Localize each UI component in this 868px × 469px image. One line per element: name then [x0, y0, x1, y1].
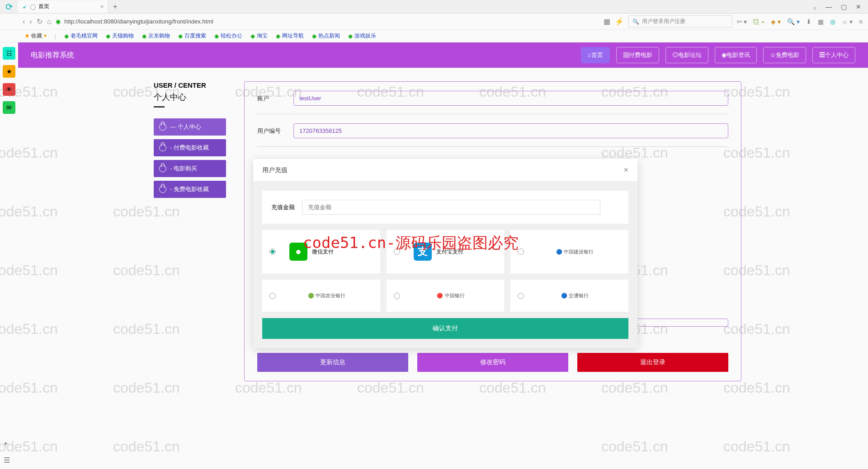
pay-option-ccb[interactable]: 🔵 中国建设银行 — [510, 230, 628, 273]
radio-icon[interactable] — [269, 249, 276, 255]
radio-icon[interactable] — [394, 249, 400, 255]
ccb-logo: 🔵 中国建设银行 — [528, 249, 621, 255]
close-icon[interactable]: × — [623, 165, 628, 175]
radio-icon[interactable] — [518, 293, 524, 299]
wechat-icon: ● — [289, 243, 307, 261]
radio-icon[interactable] — [518, 249, 524, 255]
confirm-pay-button[interactable]: 确认支付 — [262, 318, 628, 339]
boc-logo: 🔴 中国银行 — [405, 292, 497, 299]
plus-icon[interactable]: + — [4, 440, 10, 448]
list-icon[interactable]: ☰ — [4, 456, 10, 464]
amount-input[interactable] — [302, 200, 600, 215]
radio-icon[interactable] — [394, 293, 400, 299]
bocom-logo: 🔵 交通银行 — [528, 292, 621, 299]
recharge-modal: 用户充值 × 充值金额 ● 微信支付 支 支付宝支付 🔵 中国建设银行 — [253, 159, 637, 348]
pay-option-boc[interactable]: 🔴 中国银行 — [387, 280, 505, 312]
pay-option-bocom[interactable]: 🔵 交通银行 — [510, 280, 628, 312]
radio-icon[interactable] — [269, 293, 276, 299]
modal-title: 用户充值 — [262, 166, 288, 174]
pay-option-wechat[interactable]: ● 微信支付 — [262, 230, 380, 273]
abc-logo: 🟢 中国农业银行 — [280, 292, 373, 299]
alipay-icon: 支 — [414, 243, 432, 261]
amount-label: 充值金额 — [271, 203, 295, 211]
pay-option-abc[interactable]: 🟢 中国农业银行 — [262, 280, 380, 312]
pay-option-alipay[interactable]: 支 支付宝支付 — [387, 230, 505, 273]
